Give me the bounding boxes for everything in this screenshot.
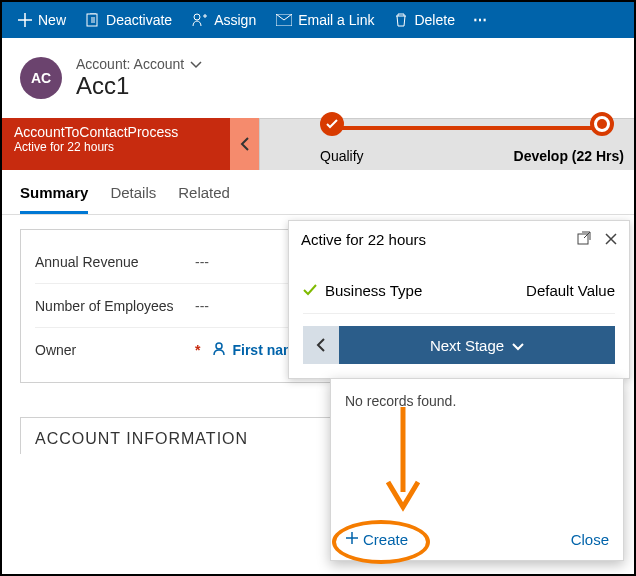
deactivate-label: Deactivate bbox=[106, 12, 172, 28]
process-name-block: AccountToContactProcess Active for 22 ho… bbox=[2, 118, 230, 170]
process-track: Qualify Develop (22 Hrs) bbox=[260, 118, 634, 170]
more-button[interactable]: ⋯ bbox=[465, 2, 497, 38]
business-type-value: Default Value bbox=[526, 282, 615, 299]
check-icon bbox=[303, 282, 317, 299]
assign-icon bbox=[192, 13, 208, 27]
chevron-down-icon bbox=[512, 337, 524, 354]
tab-related[interactable]: Related bbox=[178, 184, 230, 214]
next-stage-label: Next Stage bbox=[430, 337, 504, 354]
employees-value: --- bbox=[195, 298, 209, 314]
new-label: New bbox=[38, 12, 66, 28]
next-stage-row: Next Stage bbox=[303, 326, 615, 364]
stage-qualify-label[interactable]: Qualify bbox=[320, 148, 514, 164]
owner-label: Owner bbox=[35, 342, 195, 358]
close-button[interactable]: Close bbox=[571, 531, 609, 548]
stage-develop-node[interactable] bbox=[590, 112, 614, 136]
business-type-label: Business Type bbox=[325, 282, 526, 299]
stage-develop-label[interactable]: Develop (22 Hrs) bbox=[514, 148, 624, 164]
create-button[interactable]: Create bbox=[345, 531, 408, 548]
tab-details[interactable]: Details bbox=[110, 184, 156, 214]
svg-point-1 bbox=[194, 14, 200, 20]
deactivate-button[interactable]: Deactivate bbox=[76, 2, 182, 38]
assign-label: Assign bbox=[214, 12, 256, 28]
new-button[interactable]: New bbox=[8, 2, 76, 38]
email-label: Email a Link bbox=[298, 12, 374, 28]
assign-button[interactable]: Assign bbox=[182, 2, 266, 38]
lookup-popover: No records found. Create Close bbox=[330, 378, 624, 561]
prev-stage-button[interactable] bbox=[303, 326, 339, 364]
business-type-field[interactable]: Business Type Default Value bbox=[303, 268, 615, 314]
command-bar: New Deactivate Assign Email a Link Delet… bbox=[2, 2, 634, 38]
stage-qualify-node[interactable] bbox=[320, 112, 344, 136]
employees-label: Number of Employees bbox=[35, 298, 195, 314]
close-icon[interactable] bbox=[605, 231, 617, 248]
chevron-down-icon bbox=[190, 56, 202, 72]
delete-button[interactable]: Delete bbox=[384, 2, 464, 38]
entity-label: Account: Account bbox=[76, 56, 184, 72]
record-name: Acc1 bbox=[76, 72, 202, 100]
trash-icon bbox=[394, 13, 408, 27]
record-header: AC Account: Account Acc1 bbox=[2, 38, 634, 110]
tab-summary[interactable]: Summary bbox=[20, 184, 88, 214]
email-icon bbox=[276, 14, 292, 26]
process-duration: Active for 22 hours bbox=[14, 140, 218, 154]
next-stage-button[interactable]: Next Stage bbox=[339, 326, 615, 364]
person-icon bbox=[212, 342, 226, 359]
tab-strip: Summary Details Related bbox=[2, 170, 634, 215]
deactivate-icon bbox=[86, 13, 100, 27]
email-link-button[interactable]: Email a Link bbox=[266, 2, 384, 38]
required-icon: * bbox=[195, 342, 200, 358]
avatar: AC bbox=[20, 57, 62, 99]
flyout-active-label: Active for 22 hours bbox=[301, 231, 426, 248]
plus-icon bbox=[18, 13, 32, 27]
annual-revenue-value: --- bbox=[195, 254, 209, 270]
stage-flyout: Active for 22 hours Business Type Defaul… bbox=[288, 220, 630, 379]
plus-icon bbox=[345, 531, 359, 548]
popout-icon[interactable] bbox=[577, 231, 591, 248]
create-label: Create bbox=[363, 531, 408, 548]
process-collapse-button[interactable] bbox=[230, 118, 260, 170]
delete-label: Delete bbox=[414, 12, 454, 28]
process-name: AccountToContactProcess bbox=[14, 124, 218, 140]
svg-point-3 bbox=[216, 343, 222, 349]
process-bar: AccountToContactProcess Active for 22 ho… bbox=[2, 118, 634, 170]
annual-revenue-label: Annual Revenue bbox=[35, 254, 195, 270]
no-records-message: No records found. bbox=[345, 389, 609, 421]
entity-breadcrumb[interactable]: Account: Account bbox=[76, 56, 202, 72]
